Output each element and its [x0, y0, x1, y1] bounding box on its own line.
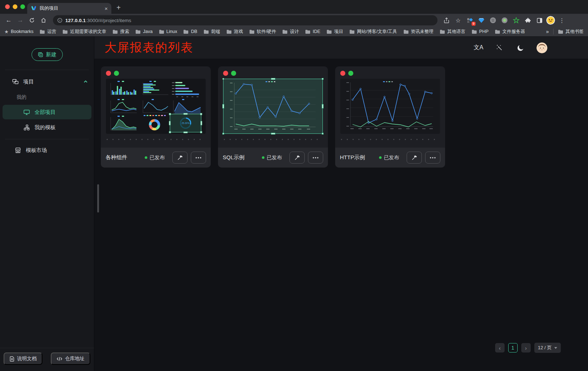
extension-badge: 9 — [472, 22, 476, 26]
bookmark-folder[interactable]: 游戏 — [226, 29, 243, 35]
folder-icon — [495, 29, 500, 34]
bookmarks-manager[interactable]: ★ Bookmarks — [4, 29, 33, 34]
bookmark-star-icon[interactable]: ☆ — [453, 16, 463, 25]
share-icon[interactable] — [442, 16, 451, 25]
magic-wand-icon[interactable] — [494, 43, 505, 53]
bookmark-folder[interactable]: Linux — [159, 29, 177, 35]
language-icon[interactable]: 文A — [473, 43, 484, 53]
side-panel-icon[interactable] — [535, 16, 544, 25]
bookmark-folder-label: 软件/硬件 — [257, 29, 276, 35]
green-dot — [231, 71, 236, 76]
bookmark-folder[interactable]: 设计 — [282, 29, 299, 35]
scrollbar-thumb[interactable] — [97, 184, 99, 213]
status-dot — [145, 156, 147, 159]
reload-icon[interactable] — [27, 15, 37, 25]
project-card[interactable]: SQL示例 已发布 — [218, 66, 328, 168]
address-bar[interactable]: 127.0.0.1:3000/#/project/items — [53, 15, 437, 25]
docs-button[interactable]: 说明文档 — [4, 353, 42, 365]
bookmark-folder-label: 文件服务器 — [502, 29, 525, 35]
browser-menu-icon[interactable]: ⋮ — [557, 16, 567, 25]
bookmark-folder[interactable]: DB — [183, 29, 197, 35]
zoom-window-button[interactable] — [20, 4, 25, 9]
prev-page-button[interactable]: ‹ — [495, 343, 505, 353]
bookmark-folder[interactable]: 文件服务器 — [495, 29, 525, 35]
browser-toolbar: ← → 127.0.0.1:3000/#/project/items — [0, 14, 588, 27]
bookmark-folder[interactable]: 网站/博客/文章/工具 — [349, 29, 397, 35]
bookmark-folder-label: 网站/博客/文章/工具 — [357, 29, 397, 35]
bookmark-folder[interactable]: 其他语言 — [440, 29, 465, 35]
current-page-button[interactable]: 1 — [508, 343, 518, 353]
back-icon[interactable]: ← — [4, 15, 14, 25]
project-title: HTTP示例 — [340, 154, 365, 161]
toolbar-right-icons: ☆ 9 — [442, 16, 567, 25]
bookmark-folder[interactable]: 软件/硬件 — [249, 29, 276, 35]
bookmark-folder[interactable]: Java — [135, 29, 152, 35]
folder-icon — [135, 29, 141, 34]
bookmark-folder[interactable]: PHP — [472, 29, 489, 35]
extension-record-icon[interactable] — [500, 16, 509, 25]
new-tab-button[interactable]: + — [116, 4, 121, 12]
bookmark-folder[interactable]: 项目 — [326, 29, 343, 35]
bookmark-folder[interactable]: 搜索 — [112, 29, 129, 35]
status-label: 已发布 — [267, 154, 282, 161]
site-info-icon[interactable] — [57, 18, 62, 23]
folder-icon — [558, 29, 563, 34]
sidebar-subgroup-label: 我的 — [0, 89, 94, 104]
tab-close-icon[interactable]: × — [104, 5, 108, 12]
project-card[interactable]: 25.00% 各种组件 已发布 — [101, 66, 211, 168]
user-avatar[interactable] — [536, 42, 547, 53]
bookmark-folder[interactable]: 近期需要读的文章 — [62, 29, 106, 35]
extension-gem-icon[interactable] — [477, 16, 486, 25]
page-size-select[interactable]: 12 / 页 — [534, 343, 561, 353]
folder-icon — [326, 29, 332, 34]
other-bookmarks-folder[interactable]: 其他书签 — [558, 29, 584, 35]
bookmark-folder-label: IDE — [313, 29, 320, 34]
storefront-icon — [15, 147, 21, 154]
chevron-up-icon[interactable] — [83, 79, 88, 84]
browser-profile-avatar[interactable] — [546, 16, 555, 25]
edit-hammer-button[interactable] — [407, 152, 422, 164]
bookmark-folder[interactable]: 资讯未整理 — [403, 29, 434, 35]
bookmark-folder-label: DB — [191, 29, 197, 34]
project-card[interactable]: HTTP示例 已发布 — [335, 66, 445, 168]
hammer-icon — [177, 154, 183, 161]
sidebar-item-all-projects[interactable]: 全部项目 — [3, 105, 91, 119]
home-icon[interactable] — [38, 15, 49, 25]
more-options-button[interactable] — [191, 152, 206, 164]
bookmark-folder-label: 近期需要读的文章 — [70, 29, 106, 35]
edit-hammer-button[interactable] — [172, 152, 188, 164]
sidebar-group-label: 项目 — [23, 78, 34, 85]
close-window-button[interactable] — [5, 4, 10, 9]
bookmark-folder-label: 运营 — [47, 29, 56, 35]
minimize-window-button[interactable] — [13, 4, 17, 9]
forward-icon[interactable]: → — [15, 15, 25, 25]
card-footer: 各种组件 已发布 — [101, 148, 211, 168]
extension-circle-icon[interactable] — [488, 16, 498, 25]
card-window-dots — [340, 71, 440, 76]
page-size-value: 12 / 页 — [538, 345, 552, 351]
extension-tabs-icon[interactable]: 9 — [465, 16, 474, 25]
bookmark-folder[interactable]: 运营 — [40, 29, 56, 35]
more-options-button[interactable] — [308, 152, 323, 164]
bookmark-folder-label: 项目 — [334, 29, 343, 35]
browser-tab[interactable]: 我的项目 × — [27, 3, 111, 14]
new-project-button[interactable]: 新建 — [32, 48, 63, 61]
sidebar-item-template-market[interactable]: 模板市场 — [3, 143, 91, 157]
sidebar-item-label: 模板市场 — [26, 147, 47, 154]
bookmark-folder[interactable]: 前端 — [203, 29, 220, 35]
more-options-button[interactable] — [425, 152, 440, 164]
edit-hammer-button[interactable] — [289, 152, 305, 164]
extensions-puzzle-icon[interactable] — [523, 16, 533, 25]
extension-star-icon[interactable] — [511, 16, 521, 25]
folder-icon — [249, 29, 255, 34]
bookmark-folder[interactable]: IDE — [305, 29, 320, 35]
repo-button[interactable]: 仓库地址 — [51, 353, 90, 365]
bookmarks-overflow-icon[interactable]: » — [546, 29, 549, 34]
hammer-icon — [411, 154, 418, 161]
new-project-label: 新建 — [46, 51, 57, 58]
next-page-button[interactable]: › — [521, 343, 531, 353]
sidebar-item-my-templates[interactable]: 我的模板 — [3, 120, 91, 135]
sidebar-group-projects[interactable]: 项目 — [0, 74, 94, 89]
card-preview — [335, 66, 445, 148]
dark-mode-moon-icon[interactable] — [515, 43, 526, 53]
